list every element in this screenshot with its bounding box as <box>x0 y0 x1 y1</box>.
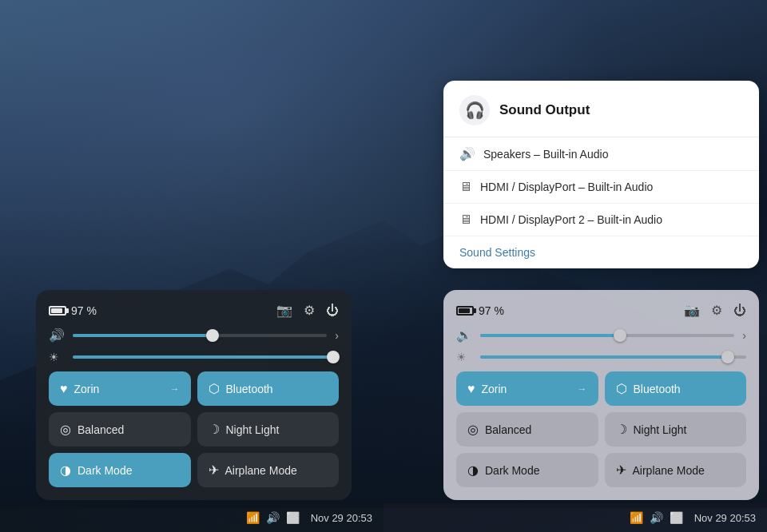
volume-fill-right <box>480 334 620 337</box>
quick-settings-panel-left: 97 % 📷 ⚙ ⏻ 🔊 › ☀ ♥ Zorin → <box>36 290 352 500</box>
taskbar-icons-right: 📶 🔊 ⬜ <box>630 511 683 524</box>
hdmi2-icon: 🖥 <box>459 212 472 227</box>
battery-info-left: 97 % <box>49 304 97 317</box>
quick-buttons-right: ♥ Zorin → ⬡ Bluetooth ◎ Balanced ☽ Night… <box>456 371 746 487</box>
brightness-fill-right <box>480 355 728 359</box>
brightness-thumb-left[interactable] <box>327 351 340 363</box>
bluetooth-icon-right: ⬡ <box>616 381 627 396</box>
panel-header-left: 97 % 📷 ⚙ ⏻ <box>49 303 339 318</box>
battery-taskbar-icon-left: ⬜ <box>286 511 300 524</box>
dark-mode-icon-left: ◑ <box>60 463 71 478</box>
battery-percent-left: 97 % <box>71 304 97 317</box>
sound-popup-header: 🎧 Sound Output <box>443 81 759 137</box>
quick-settings-panel-right: 97 % 📷 ⚙ ⏻ 🔊 › ☀ ♥ Zorin → <box>443 290 759 500</box>
volume-thumb-right[interactable] <box>614 329 626 342</box>
quick-btn-night-light-left[interactable]: ☽ Night Light <box>197 412 340 447</box>
dark-mode-label-right: Dark Mode <box>485 464 539 477</box>
screenshot-icon-left[interactable]: 📷 <box>276 303 292 318</box>
airplane-icon-right: ✈ <box>616 463 626 478</box>
speakers-label: Speakers – Built-in Audio <box>483 148 608 161</box>
sound-icon-right[interactable]: 🔊 <box>650 511 663 524</box>
battery-info-right: 97 % <box>456 304 504 317</box>
brightness-thumb-right[interactable] <box>721 351 734 363</box>
quick-btn-night-light-right[interactable]: ☽ Night Light <box>605 412 747 447</box>
brightness-icon-left: ☀ <box>49 351 65 363</box>
wifi-icon-left[interactable]: 📶 <box>246 511 260 524</box>
quick-btn-balanced-left[interactable]: ◎ Balanced <box>49 412 191 447</box>
taskbar-left: 📶 🔊 ⬜ Nov 29 20:53 <box>0 503 384 532</box>
quick-btn-balanced-right[interactable]: ◎ Balanced <box>456 412 598 447</box>
volume-icon-right: 🔊 <box>456 328 472 343</box>
volume-track-right[interactable] <box>480 334 734 337</box>
sound-option-hdmi1[interactable]: 🖥 HDMI / DisplayPort – Built-in Audio <box>443 171 759 204</box>
night-light-icon-right: ☽ <box>616 422 627 437</box>
balanced-label-right: Balanced <box>485 423 531 436</box>
panel-header-right: 97 % 📷 ⚙ ⏻ <box>456 303 746 318</box>
headphone-icon: 🎧 <box>459 95 490 125</box>
battery-icon-right <box>456 306 474 316</box>
brightness-slider-right: ☀ <box>456 351 746 363</box>
dark-mode-label-left: Dark Mode <box>77 464 132 477</box>
brightness-fill-left <box>73 355 333 359</box>
battery-taskbar-icon-right: ⬜ <box>670 511 683 524</box>
hdmi1-icon: 🖥 <box>459 180 472 194</box>
battery-icon-left <box>49 306 66 316</box>
power-icon-left[interactable]: ⏻ <box>326 304 339 318</box>
airplane-label-left: Airplane Mode <box>225 464 297 477</box>
airplane-icon-left: ✈ <box>209 463 219 478</box>
zorin-icon-left: ♥ <box>60 382 68 396</box>
speakers-icon: 🔊 <box>459 146 475 161</box>
taskbar-time-right: Nov 29 20:53 <box>694 512 756 524</box>
bluetooth-label-right: Bluetooth <box>634 383 681 395</box>
volume-arrow-left[interactable]: › <box>335 329 339 342</box>
quick-btn-bluetooth-right[interactable]: ⬡ Bluetooth <box>605 371 747 406</box>
taskbar-icons-left: 📶 🔊 ⬜ <box>246 511 300 524</box>
taskbar-right: 📶 🔊 ⬜ Nov 29 20:53 <box>384 503 767 532</box>
quick-btn-airplane-left[interactable]: ✈ Airplane Mode <box>197 453 340 487</box>
sound-settings-link[interactable]: Sound Settings <box>443 236 759 268</box>
volume-icon-left: 🔊 <box>49 328 65 343</box>
sound-option-speakers[interactable]: 🔊 Speakers – Built-in Audio <box>443 137 759 171</box>
brightness-track-right[interactable] <box>480 355 746 359</box>
brightness-slider-left: ☀ <box>49 351 339 363</box>
quick-btn-dark-mode-right[interactable]: ◑ Dark Mode <box>456 453 598 487</box>
battery-fill-right <box>459 308 470 313</box>
night-light-label-left: Night Light <box>226 423 280 436</box>
battery-percent-right: 97 % <box>479 304 504 317</box>
bluetooth-icon-left: ⬡ <box>209 381 220 396</box>
volume-arrow-right[interactable]: › <box>742 329 746 342</box>
volume-track-left[interactable] <box>73 334 327 337</box>
quick-btn-bluetooth-left[interactable]: ⬡ Bluetooth <box>197 371 340 406</box>
quick-btn-airplane-right[interactable]: ✈ Airplane Mode <box>605 453 747 487</box>
quick-btn-dark-mode-left[interactable]: ◑ Dark Mode <box>49 453 191 487</box>
balanced-label-left: Balanced <box>77 423 124 436</box>
dark-mode-icon-right: ◑ <box>467 463 479 478</box>
sound-popup-title: Sound Output <box>499 102 590 118</box>
balanced-icon-left: ◎ <box>60 422 71 437</box>
zorin-label-right: Zorin <box>482 383 507 395</box>
brightness-track-left[interactable] <box>73 355 339 359</box>
airplane-label-right: Airplane Mode <box>633 464 705 477</box>
zorin-arrow-right: → <box>578 383 587 395</box>
header-icons-right: 📷 ⚙ ⏻ <box>684 303 746 318</box>
brightness-icon-right: ☀ <box>456 351 472 363</box>
settings-icon-right[interactable]: ⚙ <box>711 303 722 318</box>
sound-option-hdmi2[interactable]: 🖥 HDMI / DisplayPort 2 – Built-in Audio <box>443 204 759 236</box>
wifi-icon-right[interactable]: 📶 <box>630 511 643 524</box>
volume-slider-left: 🔊 › <box>49 328 339 343</box>
taskbar-time-left: Nov 29 20:53 <box>311 512 372 524</box>
night-light-label-right: Night Light <box>634 423 687 436</box>
settings-icon-left[interactable]: ⚙ <box>304 303 315 318</box>
power-icon-right[interactable]: ⏻ <box>733 304 746 318</box>
screenshot-icon-right[interactable]: 📷 <box>684 303 700 318</box>
sound-icon-left[interactable]: 🔊 <box>266 511 280 524</box>
quick-btn-zorin-left[interactable]: ♥ Zorin → <box>49 371 191 406</box>
zorin-icon-right: ♥ <box>467 382 475 396</box>
quick-btn-zorin-right[interactable]: ♥ Zorin → <box>456 371 598 406</box>
balanced-icon-right: ◎ <box>467 422 479 437</box>
volume-thumb-left[interactable] <box>206 329 219 342</box>
quick-buttons-left: ♥ Zorin → ⬡ Bluetooth ◎ Balanced ☽ Night… <box>49 371 339 487</box>
volume-fill-left <box>73 334 213 337</box>
night-light-icon-left: ☽ <box>209 422 220 437</box>
bluetooth-label-left: Bluetooth <box>226 383 273 395</box>
